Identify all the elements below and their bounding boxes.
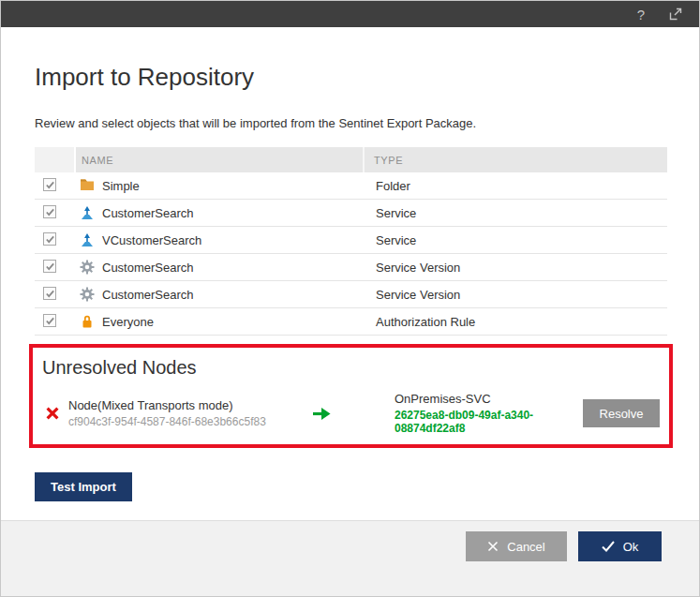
row-type: Authorization Rule bbox=[376, 315, 475, 329]
gear-icon bbox=[80, 260, 95, 275]
ok-check-icon bbox=[602, 541, 615, 552]
row-name-cell: Simple bbox=[76, 178, 366, 193]
header-checkbox-column bbox=[35, 147, 76, 172]
help-icon[interactable]: ? bbox=[637, 7, 645, 22]
source-node-name: Node(Mixed Transports mode) bbox=[68, 398, 303, 412]
table-body: Simple Folder CustomerSearch Service VCu… bbox=[35, 172, 667, 336]
folder-icon bbox=[80, 178, 95, 193]
row-name: VCustomerSearch bbox=[102, 233, 201, 247]
table-header: NAME TYPE bbox=[35, 147, 667, 172]
row-name-cell: VCustomerSearch bbox=[76, 232, 366, 247]
target-node-name: OnPremises-SVC bbox=[395, 392, 583, 406]
import-objects-table: NAME TYPE Simple Folder CustomerSearch bbox=[35, 147, 667, 336]
row-checkbox-cell bbox=[35, 232, 76, 247]
table-row: CustomerSearch Service Version bbox=[35, 281, 667, 308]
ok-button-label: Ok bbox=[623, 540, 639, 554]
table-row: Everyone Authorization Rule bbox=[35, 308, 667, 336]
row-name: Everyone bbox=[102, 315, 154, 329]
header-name: NAME bbox=[76, 147, 365, 172]
cancel-x-icon bbox=[487, 541, 499, 552]
row-type: Service bbox=[376, 233, 416, 247]
row-type-cell: Service Version bbox=[366, 261, 667, 275]
row-checkbox-cell bbox=[35, 205, 76, 220]
cancel-button[interactable]: Cancel bbox=[466, 531, 567, 561]
expand-icon[interactable] bbox=[669, 7, 682, 21]
dialog-content: Import to Repository Review and select o… bbox=[1, 27, 699, 501]
import-dialog: ? Import to Repository Review and select… bbox=[0, 0, 700, 597]
table-row: Simple Folder bbox=[35, 172, 667, 200]
row-name: CustomerSearch bbox=[102, 288, 194, 302]
row-name-cell: CustomerSearch bbox=[76, 287, 366, 302]
row-name-cell: CustomerSearch bbox=[76, 260, 366, 275]
unresolved-source: Node(Mixed Transports mode) cf904c3f-954… bbox=[68, 398, 303, 428]
table-row: VCustomerSearch Service bbox=[35, 227, 667, 254]
footer-bar: Cancel Ok bbox=[1, 520, 699, 596]
row-type-cell: Authorization Rule bbox=[366, 315, 667, 329]
lock-icon bbox=[80, 314, 95, 329]
row-checkbox-cell bbox=[35, 178, 76, 193]
row-type-cell: Service Version bbox=[366, 288, 667, 302]
dialog-subtitle: Review and select objects that will be i… bbox=[35, 116, 665, 130]
row-checkbox-cell bbox=[35, 287, 76, 302]
row-checkbox[interactable] bbox=[43, 260, 56, 273]
row-type-cell: Service bbox=[366, 206, 667, 220]
service-icon bbox=[80, 232, 95, 247]
service-icon bbox=[80, 205, 95, 220]
row-checkbox-cell bbox=[35, 260, 76, 275]
row-name: Simple bbox=[102, 179, 140, 193]
mapping-arrow-icon bbox=[303, 406, 383, 422]
test-import-button[interactable]: Test Import bbox=[35, 472, 132, 501]
row-checkbox[interactable] bbox=[43, 205, 56, 218]
row-type: Service bbox=[376, 206, 416, 220]
resolve-button[interactable]: Resolve bbox=[583, 399, 660, 427]
row-type: Service Version bbox=[376, 261, 460, 275]
unresolved-row: Node(Mixed Transports mode) cf904c3f-954… bbox=[40, 392, 660, 435]
row-name: CustomerSearch bbox=[102, 206, 194, 220]
row-checkbox[interactable] bbox=[43, 178, 56, 191]
row-name: CustomerSearch bbox=[102, 261, 194, 275]
table-row: CustomerSearch Service Version bbox=[35, 254, 667, 281]
page-title: Import to Repository bbox=[35, 63, 665, 92]
unresolved-nodes-highlight: Unresolved Nodes Node(Mixed Transports m… bbox=[29, 344, 673, 448]
source-node-id: cf904c3f-954f-4587-846f-68e3b66c5f83 bbox=[68, 415, 303, 428]
table-row: CustomerSearch Service bbox=[35, 200, 667, 227]
title-bar: ? bbox=[1, 1, 699, 27]
row-checkbox[interactable] bbox=[43, 287, 56, 300]
unresolved-error-icon bbox=[44, 405, 61, 422]
row-type: Folder bbox=[376, 179, 410, 193]
header-type: TYPE bbox=[365, 147, 667, 172]
gear-icon bbox=[80, 287, 95, 302]
row-name-cell: Everyone bbox=[76, 314, 366, 329]
row-checkbox-cell bbox=[35, 314, 76, 329]
ok-button[interactable]: Ok bbox=[578, 531, 662, 561]
cancel-button-label: Cancel bbox=[507, 540, 544, 554]
target-node-id: 26275ea8-db09-49af-a340-08874df22af8 bbox=[395, 409, 583, 435]
row-checkbox[interactable] bbox=[43, 314, 56, 327]
row-name-cell: CustomerSearch bbox=[76, 205, 366, 220]
row-type-cell: Folder bbox=[366, 179, 667, 193]
row-type-cell: Service bbox=[366, 233, 667, 247]
row-type: Service Version bbox=[376, 288, 460, 302]
row-checkbox[interactable] bbox=[43, 232, 56, 246]
unresolved-heading: Unresolved Nodes bbox=[42, 357, 660, 379]
unresolved-target: OnPremises-SVC 26275ea8-db09-49af-a340-0… bbox=[383, 392, 583, 435]
